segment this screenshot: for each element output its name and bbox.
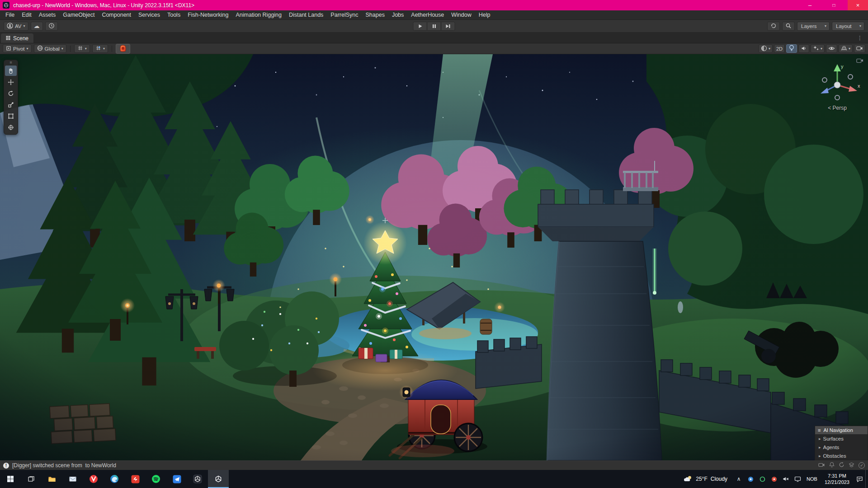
ai-navigation-panel: ≡ AI Navigation ▸ Surfaces ▸ Agents ▸ Ob… xyxy=(815,426,868,460)
tab-scene[interactable]: Scene xyxy=(1,33,33,43)
menu-item-jobs[interactable]: Jobs xyxy=(388,10,407,19)
scene-audio-toggle[interactable] xyxy=(798,44,809,53)
increment-snap-dropdown[interactable]: ▾ xyxy=(92,44,108,53)
tray-app-icon-3[interactable] xyxy=(768,470,780,488)
volume-muted-icon[interactable] xyxy=(780,470,792,488)
auto-refresh-icon[interactable] xyxy=(839,462,844,469)
scene-render[interactable] xyxy=(0,54,868,460)
view-hand-tool[interactable] xyxy=(5,66,17,76)
unity-editor-button[interactable] xyxy=(208,470,229,488)
history-icon xyxy=(770,23,777,30)
spotify-icon xyxy=(151,474,160,483)
unity-hub-button[interactable] xyxy=(187,470,208,488)
grid-snapping-dropdown[interactable]: ▾ xyxy=(74,44,90,53)
task-view-button[interactable] xyxy=(21,470,42,488)
language-indicator[interactable]: NOB xyxy=(803,476,821,482)
console-status-message[interactable]: [Digger] switched scene from to NewWorld xyxy=(12,462,116,469)
pause-button[interactable] xyxy=(427,22,441,31)
file-explorer-button[interactable] xyxy=(42,470,62,488)
search-button[interactable] xyxy=(782,22,795,31)
overlay-grip-icon[interactable]: ≡ xyxy=(9,61,12,65)
menu-item-shapes[interactable]: Shapes xyxy=(362,10,388,19)
display-network-icon[interactable] xyxy=(792,470,803,488)
menu-item-edit[interactable]: Edit xyxy=(18,10,35,19)
gizmo-axes[interactable]: y x xyxy=(812,62,862,106)
menu-item-file[interactable]: File xyxy=(2,10,18,19)
cloud-services-button[interactable]: ☁ xyxy=(31,22,43,31)
progress-idle-check-icon[interactable]: ✓ xyxy=(859,462,865,469)
account-dropdown[interactable]: AV ▾ xyxy=(4,22,28,31)
chevron-down-icon: ▾ xyxy=(821,47,822,51)
menu-item-window[interactable]: Window xyxy=(448,10,475,19)
menu-item-tools[interactable]: Tools xyxy=(164,10,184,19)
tab-scene-label: Scene xyxy=(13,35,28,42)
effects-dropdown[interactable]: ▾ xyxy=(811,44,825,53)
chevron-down-icon: ▾ xyxy=(85,47,87,51)
menu-item-distant-lands[interactable]: Distant Lands xyxy=(285,10,327,19)
tray-app-icon-1[interactable] xyxy=(745,470,756,488)
menu-item-component[interactable]: Component xyxy=(98,10,135,19)
weather-widget[interactable]: 25°F Cloudy xyxy=(678,475,733,483)
maximize-button[interactable]: □ xyxy=(824,0,844,10)
menu-item-help[interactable]: Help xyxy=(475,10,494,19)
layers-dropdown[interactable]: Layers ▾ xyxy=(797,22,830,31)
toggle-2d-button[interactable]: 2D xyxy=(774,44,785,53)
rotate-tool[interactable] xyxy=(5,88,17,99)
grid-visual-dropdown[interactable]: ▾ xyxy=(839,44,853,53)
digger-tool-button[interactable] xyxy=(116,44,130,54)
minimize-button[interactable]: – xyxy=(800,0,820,10)
draw-mode-dropdown[interactable]: ▾ xyxy=(759,44,773,53)
scene-lighting-toggle[interactable] xyxy=(786,44,797,53)
start-button[interactable] xyxy=(0,470,21,488)
layout-label: Layout xyxy=(836,23,852,29)
tray-expand-caret[interactable]: ∧ xyxy=(733,470,745,488)
orientation-gizmo[interactable]: y x < Persp xyxy=(812,62,863,111)
ai-navigation-header[interactable]: ≡ AI Navigation xyxy=(815,426,868,434)
cache-layers-icon[interactable] xyxy=(849,462,854,469)
tray-app-icon-2[interactable] xyxy=(756,470,768,488)
pivot-dropdown[interactable]: Pivot ▾ xyxy=(3,44,32,53)
play-button[interactable] xyxy=(413,22,427,31)
hand-icon xyxy=(9,69,12,74)
move-tool[interactable] xyxy=(5,77,17,87)
action-center-icon[interactable] xyxy=(854,470,865,488)
handle-rotation-dropdown[interactable]: Global ▾ xyxy=(34,44,66,53)
version-history-button[interactable] xyxy=(767,22,780,31)
perspective-label[interactable]: < Persp xyxy=(812,105,863,111)
ai-nav-item-agents[interactable]: ▸ Agents xyxy=(815,443,868,451)
undo-history-button[interactable] xyxy=(45,22,58,31)
rect-tool[interactable] xyxy=(5,111,17,121)
camera-settings-button[interactable] xyxy=(854,44,865,53)
menu-item-assets[interactable]: Assets xyxy=(35,10,60,19)
scene-visibility-toggle[interactable] xyxy=(826,44,837,53)
show-desktop-strip[interactable] xyxy=(865,470,868,488)
menu-item-services[interactable]: Services xyxy=(135,10,164,19)
ai-nav-item-obstacles[interactable]: ▸ Obstacles xyxy=(815,451,868,460)
tab-options-kebab-icon[interactable]: ⋮ xyxy=(853,35,867,41)
spotify-button[interactable] xyxy=(146,470,166,488)
scale-tool[interactable] xyxy=(5,99,17,110)
menu-item-parrelsync[interactable]: ParrelSync xyxy=(327,10,362,19)
mail-app-button[interactable] xyxy=(62,470,83,488)
red-app-button[interactable] xyxy=(125,470,146,488)
tools-overlay: ≡ xyxy=(4,60,18,135)
blue-app-button[interactable] xyxy=(166,470,187,488)
chevron-down-icon: ▾ xyxy=(849,47,850,51)
vivaldi-browser-button[interactable] xyxy=(83,470,104,488)
menu-item-animation-rigging[interactable]: Animation Rigging xyxy=(232,10,285,19)
taskbar-clock[interactable]: 7:31 PM 12/21/2023 xyxy=(821,473,854,486)
edge-browser-button[interactable] xyxy=(104,470,125,488)
menu-item-gameobject[interactable]: GameObject xyxy=(59,10,98,19)
lightbulb-icon xyxy=(789,45,794,52)
layout-dropdown[interactable]: Layout ▾ xyxy=(832,22,864,31)
transform-tool[interactable] xyxy=(5,122,17,132)
close-button[interactable]: × xyxy=(848,0,868,10)
ai-nav-item-surfaces[interactable]: ▸ Surfaces xyxy=(815,434,868,443)
menu-item-aetherhouse[interactable]: AetherHouse xyxy=(407,10,448,19)
step-button[interactable] xyxy=(441,22,455,31)
eye-icon xyxy=(828,46,835,52)
menu-item-fish-networking[interactable]: Fish-Networking xyxy=(184,10,232,19)
alerts-bell-icon[interactable] xyxy=(829,462,835,469)
edge-browser-icon xyxy=(110,474,119,483)
screencast-icon[interactable] xyxy=(818,462,825,469)
